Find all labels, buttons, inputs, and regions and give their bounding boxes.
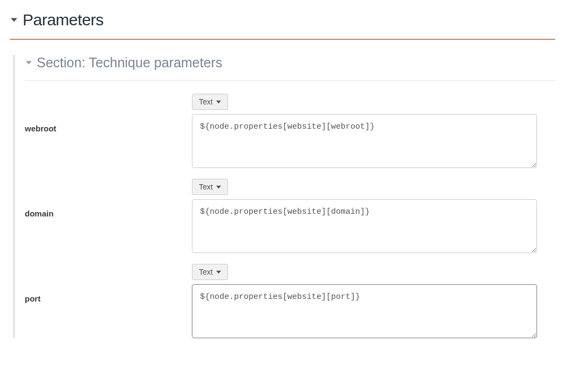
param-value-port[interactable]: [192, 284, 537, 338]
section-header[interactable]: Section: Technique parameters: [25, 55, 555, 71]
divider-thin: [25, 80, 555, 81]
parameters-title: Parameters: [23, 11, 104, 29]
type-select-button[interactable]: Text: [192, 264, 228, 280]
type-select-label: Text: [199, 97, 213, 106]
type-select-label: Text: [199, 268, 213, 276]
param-label-port: port: [25, 264, 192, 338]
caret-down-icon: [216, 183, 221, 191]
param-label-domain: domain: [25, 179, 192, 253]
caret-down-icon: [216, 97, 221, 106]
param-value-webroot[interactable]: [192, 114, 537, 168]
type-select-button[interactable]: Text: [192, 179, 228, 195]
param-row: port Text: [25, 264, 555, 338]
param-value-domain[interactable]: [192, 199, 537, 253]
parameters-header[interactable]: Parameters: [10, 11, 555, 29]
caret-down-icon: [216, 268, 221, 276]
caret-down-icon: [10, 16, 18, 24]
param-row: webroot Text: [25, 94, 555, 168]
type-select-button[interactable]: Text: [192, 94, 228, 110]
type-select-label: Text: [199, 183, 213, 191]
divider-orange: [10, 39, 555, 40]
param-row: domain Text: [25, 179, 555, 253]
param-label-webroot: webroot: [25, 94, 192, 168]
caret-down-icon: [25, 59, 32, 67]
section-title: Section: Technique parameters: [37, 55, 222, 71]
